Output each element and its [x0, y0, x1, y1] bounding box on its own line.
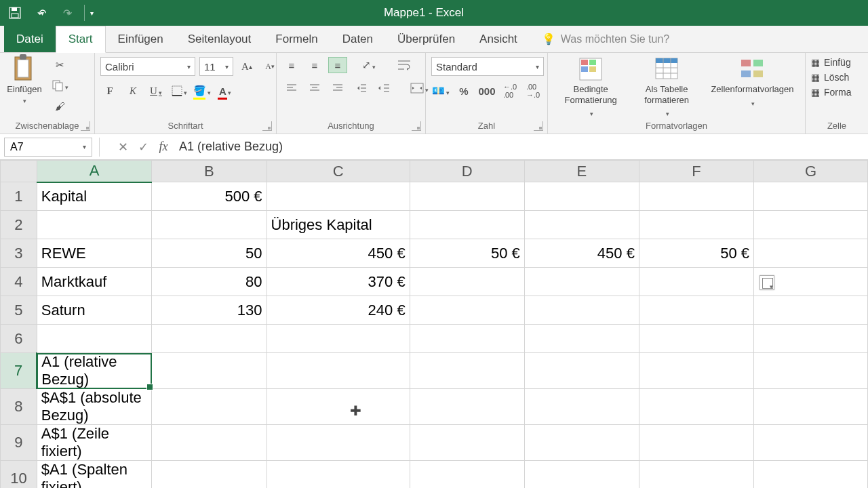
- increase-font-button[interactable]: A▴: [237, 58, 256, 75]
- format-painter-button[interactable]: 🖌: [50, 98, 69, 114]
- cell-D9[interactable]: [410, 425, 524, 461]
- cell-D5[interactable]: [410, 296, 524, 325]
- row-header-10[interactable]: 10: [1, 461, 37, 489]
- autofill-options-button[interactable]: [760, 275, 774, 290]
- col-header-C[interactable]: C: [267, 161, 410, 182]
- cell-G9[interactable]: [753, 425, 867, 461]
- cell-E6[interactable]: [524, 325, 639, 353]
- cell-E2[interactable]: [524, 211, 639, 239]
- borders-button[interactable]: [170, 83, 189, 99]
- decrease-indent-button[interactable]: [351, 80, 370, 96]
- cell-E4[interactable]: [524, 268, 639, 296]
- percent-format-button[interactable]: %: [454, 83, 473, 99]
- align-left-button[interactable]: [282, 80, 301, 96]
- col-header-G[interactable]: G: [753, 161, 867, 182]
- cell-G3[interactable]: [753, 239, 867, 268]
- cell-A6[interactable]: [37, 325, 152, 353]
- redo-button[interactable]: ↷▾: [58, 5, 75, 21]
- clipboard-launcher[interactable]: [81, 121, 90, 131]
- cell-F9[interactable]: [639, 425, 753, 461]
- cell-A7[interactable]: A1 (relative Bezug): [37, 353, 152, 389]
- row-header-9[interactable]: 9: [1, 425, 37, 461]
- conditional-formatting-button[interactable]: Bedingte Formatierung: [553, 57, 628, 119]
- cell-B6[interactable]: [152, 325, 267, 353]
- cell-G10[interactable]: [753, 461, 867, 489]
- cell-B4[interactable]: 80: [152, 268, 267, 296]
- cell-styles-button[interactable]: Zellenformatvorlagen: [705, 57, 800, 108]
- cell-B5[interactable]: 130: [152, 296, 267, 325]
- cells-format-icon[interactable]: ▦: [811, 87, 820, 98]
- align-center-button[interactable]: [305, 80, 324, 96]
- number-format-combo[interactable]: Standard▾: [431, 57, 544, 76]
- cell-C8[interactable]: [267, 389, 410, 425]
- cell-F8[interactable]: [639, 389, 753, 425]
- cell-G2[interactable]: [753, 211, 867, 239]
- comma-format-button[interactable]: 000: [477, 83, 496, 99]
- col-header-D[interactable]: D: [410, 161, 524, 182]
- cell-G6[interactable]: [753, 325, 867, 353]
- cell-G5[interactable]: [753, 296, 867, 325]
- cell-F3[interactable]: 50 €: [639, 239, 753, 268]
- tab-file[interactable]: Datei: [4, 26, 56, 52]
- cell-G8[interactable]: [753, 389, 867, 425]
- align-middle-button[interactable]: ≡: [305, 57, 324, 73]
- undo-button[interactable]: ↶▾: [33, 5, 49, 21]
- align-right-button[interactable]: [328, 80, 347, 96]
- cell-D6[interactable]: [410, 325, 524, 353]
- worksheet-grid[interactable]: ABCDEFG1Kapital500 €2Übriges Kapital3REW…: [0, 160, 868, 488]
- cell-B9[interactable]: [152, 425, 267, 461]
- row-header-4[interactable]: 4: [1, 268, 37, 296]
- cell-B3[interactable]: 50: [152, 239, 267, 268]
- tab-review[interactable]: Überprüfen: [385, 26, 467, 52]
- cell-B1[interactable]: 500 €: [152, 182, 267, 211]
- cell-A2[interactable]: [37, 211, 152, 239]
- increase-decimal-button[interactable]: ←.0.00: [500, 83, 519, 99]
- paste-button[interactable]: Einfügen ▾: [5, 57, 43, 104]
- cell-D7[interactable]: [410, 353, 524, 389]
- col-header-E[interactable]: E: [524, 161, 639, 182]
- row-header-3[interactable]: 3: [1, 239, 37, 268]
- cell-F4[interactable]: [639, 268, 753, 296]
- col-header-B[interactable]: B: [152, 161, 267, 182]
- cell-C10[interactable]: [267, 461, 410, 489]
- tab-formulas[interactable]: Formeln: [263, 26, 330, 52]
- cell-C5[interactable]: 240 €: [267, 296, 410, 325]
- increase-indent-button[interactable]: [374, 80, 393, 96]
- cell-D1[interactable]: [410, 182, 524, 211]
- accounting-format-button[interactable]: 💶: [431, 83, 450, 99]
- select-all-corner[interactable]: [1, 161, 37, 182]
- cell-C4[interactable]: 370 €: [267, 268, 410, 296]
- cell-G1[interactable]: [753, 182, 867, 211]
- tab-page-layout[interactable]: Seitenlayout: [176, 26, 264, 52]
- cell-G7[interactable]: [753, 353, 867, 389]
- cell-A5[interactable]: Saturn: [37, 296, 152, 325]
- cell-D3[interactable]: 50 €: [410, 239, 524, 268]
- cell-D8[interactable]: [410, 389, 524, 425]
- tab-view[interactable]: Ansicht: [467, 26, 530, 52]
- row-header-8[interactable]: 8: [1, 389, 37, 425]
- cell-B10[interactable]: [152, 461, 267, 489]
- alignment-launcher[interactable]: [412, 121, 421, 131]
- cell-A9[interactable]: A$1 (Zeile fixiert): [37, 425, 152, 461]
- cell-A1[interactable]: Kapital: [37, 182, 152, 211]
- formula-enter-button[interactable]: ✓: [133, 138, 153, 157]
- cell-E8[interactable]: [524, 389, 639, 425]
- formula-input[interactable]: A1 (relative Bezug): [174, 138, 868, 157]
- font-launcher[interactable]: [262, 121, 272, 131]
- cell-C7[interactable]: [267, 353, 410, 389]
- cell-E5[interactable]: [524, 296, 639, 325]
- cell-A4[interactable]: Marktkauf: [37, 268, 152, 296]
- row-header-6[interactable]: 6: [1, 325, 37, 353]
- cell-A10[interactable]: $A1 (Spalten fixiert): [37, 461, 152, 489]
- cell-C2[interactable]: Übriges Kapital: [267, 211, 410, 239]
- font-name-combo[interactable]: Calibri▾: [100, 57, 195, 76]
- row-header-7[interactable]: 7: [1, 353, 37, 389]
- bold-button[interactable]: F: [100, 83, 119, 99]
- align-top-button[interactable]: ≡: [282, 57, 301, 73]
- cell-D10[interactable]: [410, 461, 524, 489]
- copy-button[interactable]: [50, 77, 69, 94]
- cell-F10[interactable]: [639, 461, 753, 489]
- cell-E10[interactable]: [524, 461, 639, 489]
- tab-home[interactable]: Start: [56, 26, 106, 53]
- row-header-5[interactable]: 5: [1, 296, 37, 325]
